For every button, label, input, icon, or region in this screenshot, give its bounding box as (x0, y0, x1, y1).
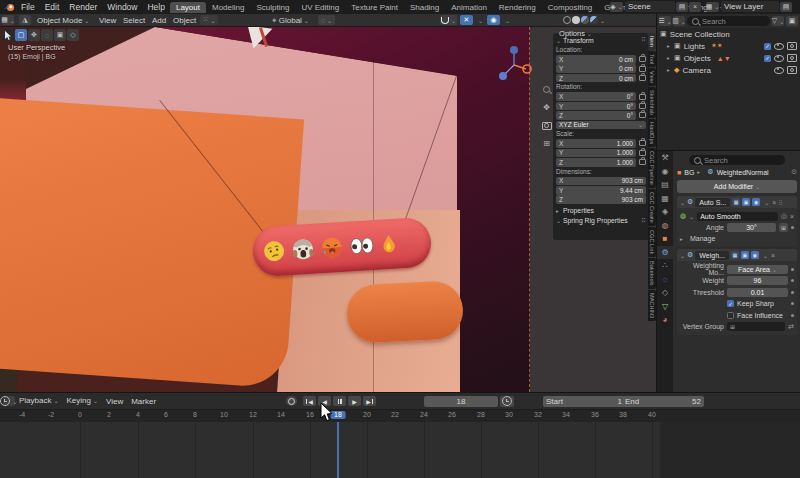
menu-file[interactable]: File (16, 2, 40, 12)
pin-icon[interactable]: ⊙ (791, 168, 797, 176)
location-y-row[interactable]: Y0 cm (556, 64, 646, 73)
3d-viewport[interactable]: ▢ ✥ ◌ ▣ ◇ User Perspective (15) Emoji | … (0, 27, 656, 392)
unlock-icon[interactable] (639, 150, 646, 156)
options-dropdown[interactable]: Options⌄ (559, 29, 592, 38)
timeline-tracks[interactable] (0, 422, 800, 478)
vertex-group-field[interactable]: ⊞ (727, 322, 785, 331)
animate-dot-icon[interactable] (791, 268, 794, 271)
weighting-mode-dropdown[interactable]: Face Area⌄ (727, 265, 788, 274)
menu-playback[interactable]: Playback⌄ (15, 394, 63, 408)
modifier-header[interactable]: ⌄ ⚙ Weigh... ▦ ▣ ◉ ⌄ × (677, 249, 797, 261)
sidebar-tab-cgc-link[interactable]: CGC Link (648, 227, 656, 257)
snap-icon[interactable]: ⌄ (440, 15, 457, 25)
rotation-z-row[interactable]: Z0° (556, 111, 646, 120)
unlock-icon[interactable] (639, 94, 646, 100)
disable-in-render-icon[interactable] (787, 66, 797, 74)
modifier-header[interactable]: ⌄ ⚙ Auto S... ▦ ▣ ◉ ⌄ × ⠿ (677, 196, 797, 208)
menu-window[interactable]: Window (102, 2, 142, 12)
menu-view[interactable]: View (102, 395, 127, 408)
menu-render[interactable]: Render (64, 2, 102, 12)
blender-logo-icon[interactable] (2, 2, 16, 13)
jump-to-start-button[interactable]: ◀ (303, 396, 316, 406)
frame-end-field[interactable]: End52 (622, 396, 704, 407)
tab-view-layer-icon[interactable]: ▦ (657, 192, 673, 206)
keep-sharp-checkbox[interactable]: ✓ (727, 300, 734, 307)
preview-range-clock-icon[interactable] (500, 396, 514, 407)
outliner-row-scene-collection[interactable]: ▣ Scene Collection (657, 28, 800, 40)
spring-rig-subpanel-header[interactable]: ⌄Spring Rig Properties⠿ (556, 216, 646, 226)
invert-icon[interactable]: ⇄ (788, 323, 794, 331)
animate-dot-icon[interactable] (791, 291, 794, 294)
tab-world-icon[interactable]: ◍ (657, 219, 673, 233)
snap-chevron-icon[interactable]: ⌄ (475, 15, 484, 25)
outliner-row-lights[interactable]: ▸ ▣ Lights ✶✶ ✓ (657, 40, 800, 52)
workspace-tab-compositing[interactable]: Compositing (542, 2, 598, 13)
workspace-tab-layout[interactable]: Layout (170, 2, 206, 13)
timeline-editor-icon[interactable]: ⌄ (3, 396, 15, 406)
jump-to-end-button[interactable]: ▶ (363, 396, 376, 406)
manage-subpanel[interactable]: ▸Manage (680, 234, 794, 243)
sidebar-tab-item[interactable]: Item (648, 33, 656, 50)
tab-particles-icon[interactable]: ∴ (657, 259, 673, 273)
properties-subpanel-header[interactable]: ▸Properties (556, 206, 646, 216)
timeline-ruler[interactable]: -4 -2 0 2 4 6 8 10 12 14 16 18 20 22 24 … (0, 409, 800, 422)
proportional-edit-icon[interactable]: ◉ (487, 15, 500, 25)
editor-type-icon[interactable]: ▦⌄ (2, 15, 14, 25)
outliner-editor-icon[interactable]: ☰⌄ (659, 16, 671, 26)
outliner-filter-icon[interactable]: ▽⌄ (772, 16, 784, 26)
rendered-shading-icon[interactable] (590, 16, 598, 24)
workspace-tab-texture-paint[interactable]: Texture Paint (345, 2, 404, 13)
menu-help[interactable]: Help (142, 2, 169, 12)
expand-icon[interactable]: ▸ (667, 43, 674, 49)
shading-chevron-icon[interactable]: ⌄ (600, 17, 605, 24)
hide-in-viewport-icon[interactable] (774, 43, 784, 50)
workspace-tab-animation[interactable]: Animation (445, 2, 493, 13)
tab-tool-icon[interactable]: ⚒ (657, 151, 673, 165)
workspace-tab-uv-editing[interactable]: UV Editing (295, 2, 345, 13)
frame-start-field[interactable]: Start1 (543, 396, 625, 407)
mode-dropdown[interactable]: Object Mode⌄ (33, 14, 93, 28)
rotate-tool-icon[interactable]: ◌ (41, 29, 53, 41)
tool-settings-icon[interactable]: ⁙⌄ (200, 15, 218, 25)
expand-icon[interactable]: ▸ (667, 67, 674, 73)
sidebar-tab-machin3[interactable]: MACHIN3 (648, 290, 656, 321)
pan-view-icon[interactable]: ✥ (540, 101, 553, 114)
solid-shading-icon[interactable] (572, 16, 580, 24)
view-layer-icon[interactable]: ▦⌄ (706, 2, 719, 12)
dimensions-x-row[interactable]: X903 cm (556, 177, 646, 186)
wireframe-shading-icon[interactable] (563, 16, 571, 24)
snap-target-icon[interactable]: ✕ (460, 15, 473, 25)
properties-search-input[interactable]: Search (689, 155, 785, 165)
move-tool-icon[interactable]: ✥ (28, 29, 40, 41)
expand-icon[interactable]: ▸ (667, 55, 674, 61)
scene-icon[interactable]: ◈⌄ (610, 2, 623, 12)
drag-handle-icon[interactable]: ⠿ (778, 199, 782, 206)
sidebar-tab-tool[interactable]: Tool (648, 51, 656, 67)
breadcrumb-modifier[interactable]: WeightedNormal (717, 169, 769, 176)
sidebar-tab-sketchfab[interactable]: Sketchfab (648, 87, 656, 118)
animate-dot-icon[interactable] (791, 314, 794, 317)
orange-capsule-object[interactable] (346, 280, 465, 344)
scale-z-row[interactable]: Z1.000 (556, 158, 646, 167)
add-modifier-button[interactable]: Add Modifier⌄ (677, 180, 797, 193)
workspace-tab-shading[interactable]: Shading (404, 2, 445, 13)
select-box-tool-icon[interactable]: ▢ (15, 29, 27, 41)
new-view-layer-icon[interactable]: ▤ (780, 2, 792, 12)
rotation-x-row[interactable]: X0° (556, 92, 646, 101)
angle-slider[interactable]: 30° (727, 223, 776, 232)
tab-material-icon[interactable]: ◕ (657, 313, 673, 327)
scale-y-row[interactable]: Y1.000 (556, 149, 646, 158)
current-frame-field[interactable]: 18 (424, 396, 498, 407)
view-layer-name-field[interactable]: View Layer (721, 1, 779, 12)
animate-dot-icon[interactable] (791, 302, 794, 305)
unlock-icon[interactable] (639, 66, 646, 72)
outliner-row-camera[interactable]: ▸ ◆ Camera (657, 64, 800, 76)
close-icon[interactable]: × (771, 252, 775, 259)
cursor-tool-icon[interactable] (2, 29, 14, 41)
render-toggle-icon[interactable]: ◉ (752, 198, 760, 206)
menu-view[interactable]: View (95, 14, 120, 27)
tab-physics-icon[interactable]: ◌ (657, 273, 673, 287)
tab-output-icon[interactable]: ▤ (657, 178, 673, 192)
edit-mode-toggle-icon[interactable]: ▦ (731, 251, 739, 259)
camera-view-icon[interactable] (540, 119, 553, 132)
